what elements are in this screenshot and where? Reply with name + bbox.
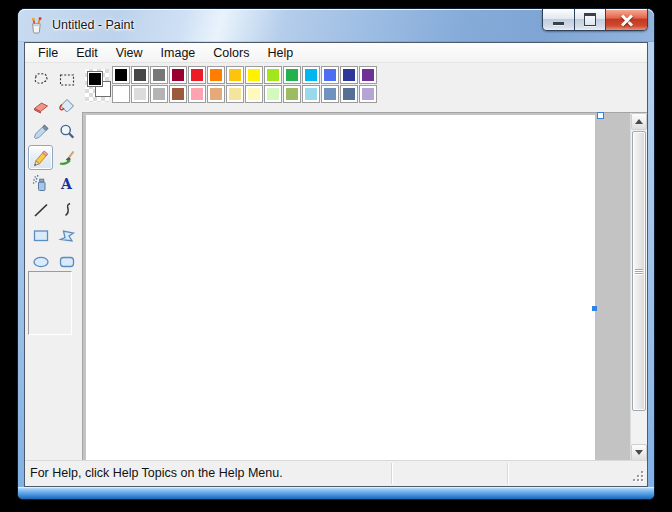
status-help-text: For Help, click Help Topics on the Help … [30, 461, 283, 485]
rectangle-icon [31, 226, 51, 246]
color-swatch[interactable] [360, 86, 376, 102]
color-swatch[interactable] [360, 67, 376, 83]
resize-grip[interactable] [631, 470, 644, 483]
palette-swatches [113, 67, 376, 105]
brush-icon [57, 148, 77, 168]
tool-curve[interactable] [54, 197, 79, 222]
title-bar[interactable]: Untitled - Paint [18, 9, 654, 42]
tool-line[interactable] [28, 197, 53, 222]
color-swatch[interactable] [113, 86, 129, 102]
tool-grid: A [28, 67, 80, 274]
color-swatch[interactable] [284, 67, 300, 83]
tool-rectangle[interactable] [28, 223, 53, 248]
color-swatch[interactable] [151, 67, 167, 83]
color-swatch[interactable] [265, 86, 281, 102]
close-button[interactable] [606, 9, 647, 30]
status-separator [507, 463, 508, 484]
fill-with-color-icon [57, 96, 77, 116]
canvas-right-resize-handle[interactable] [592, 306, 597, 311]
scrollbar-grip-icon [635, 268, 643, 275]
current-colors-indicator[interactable] [85, 69, 109, 102]
rounded-rectangle-icon [57, 252, 77, 272]
color-swatch[interactable] [246, 67, 262, 83]
color-swatch[interactable] [151, 86, 167, 102]
color-swatch[interactable] [246, 86, 262, 102]
color-swatch[interactable] [113, 67, 129, 83]
tool-magnifier[interactable] [54, 119, 79, 144]
tool-box: A [25, 63, 82, 461]
tool-brush[interactable] [54, 145, 79, 170]
color-swatch[interactable] [170, 86, 186, 102]
menu-image[interactable]: Image [152, 44, 205, 62]
color-swatch[interactable] [132, 86, 148, 102]
palette-row-1 [113, 67, 376, 83]
scrollbar-thumb[interactable] [632, 131, 646, 411]
color-swatch[interactable] [170, 67, 186, 83]
drawing-workspace [82, 112, 647, 461]
menu-help[interactable]: Help [258, 44, 302, 62]
color-swatch[interactable] [341, 86, 357, 102]
menu-edit[interactable]: Edit [67, 44, 107, 62]
color-swatch[interactable] [303, 67, 319, 83]
menu-colors[interactable]: Colors [204, 44, 258, 62]
airbrush-icon [31, 174, 51, 194]
minimize-button[interactable] [543, 9, 575, 30]
status-bar: For Help, click Help Topics on the Help … [25, 460, 647, 486]
scroll-down-icon [635, 450, 643, 455]
color-swatch[interactable] [303, 86, 319, 102]
palette-row-2 [113, 86, 376, 102]
minimize-icon [553, 22, 564, 25]
color-swatch[interactable] [227, 86, 243, 102]
color-swatch[interactable] [189, 67, 205, 83]
status-separator [391, 463, 392, 484]
tool-select[interactable] [54, 67, 79, 92]
window-bottom-border [18, 487, 654, 499]
ellipse-icon [31, 252, 51, 272]
pick-color-icon [31, 122, 51, 142]
tool-free-form-select[interactable] [28, 67, 53, 92]
menu-view[interactable]: View [107, 44, 152, 62]
tool-pick-color[interactable] [28, 119, 53, 144]
polygon-icon [57, 226, 77, 246]
scroll-down-button[interactable] [631, 444, 647, 461]
magnifier-icon [57, 122, 77, 142]
pencil-icon [31, 148, 51, 168]
color-swatch[interactable] [132, 67, 148, 83]
color-swatch[interactable] [284, 86, 300, 102]
color-swatch[interactable] [208, 67, 224, 83]
color-box [82, 63, 647, 112]
close-icon [621, 14, 633, 26]
text-tool-icon: A [61, 177, 72, 191]
paint-window: Untitled - Paint File Edit View Image Co… [18, 9, 654, 499]
tool-airbrush[interactable] [28, 171, 53, 196]
color-swatch[interactable] [208, 86, 224, 102]
paint-app-icon [29, 17, 46, 34]
canvas-top-right-handle[interactable] [597, 112, 604, 119]
maximize-icon [584, 13, 596, 26]
window-title: Untitled - Paint [52, 9, 134, 42]
tool-polygon[interactable] [54, 223, 79, 248]
tool-eraser[interactable] [28, 93, 53, 118]
tool-options-box[interactable] [28, 271, 72, 335]
color-swatch[interactable] [322, 67, 338, 83]
color-swatch[interactable] [227, 67, 243, 83]
scroll-up-icon [635, 119, 643, 124]
menu-bar: File Edit View Image Colors Help [25, 43, 647, 63]
tool-pencil[interactable] [28, 145, 53, 170]
select-icon [57, 70, 77, 90]
free-form-select-icon [31, 70, 51, 90]
tool-text[interactable]: A [54, 171, 79, 196]
menu-file[interactable]: File [29, 44, 67, 62]
eraser-icon [31, 96, 51, 116]
color-swatch[interactable] [265, 67, 281, 83]
foreground-color-swatch[interactable] [88, 72, 102, 86]
color-swatch[interactable] [341, 67, 357, 83]
scroll-up-button[interactable] [631, 113, 647, 130]
maximize-button[interactable] [575, 9, 606, 30]
vertical-scrollbar[interactable] [630, 113, 647, 461]
tool-fill-with-color[interactable] [54, 93, 79, 118]
color-swatch[interactable] [189, 86, 205, 102]
drawing-canvas[interactable] [86, 115, 595, 461]
color-swatch[interactable] [322, 86, 338, 102]
window-controls [542, 9, 648, 31]
